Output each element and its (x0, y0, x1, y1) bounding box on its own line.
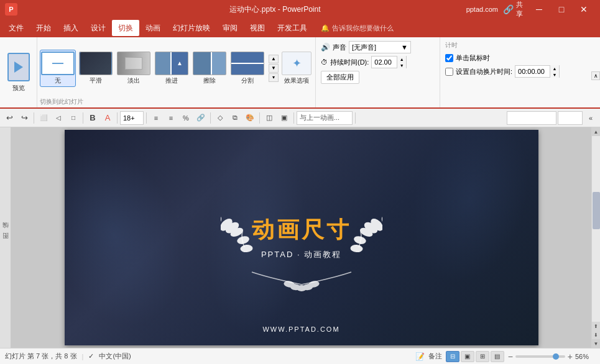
scroll-down-btn[interactable]: ▼ (269, 64, 279, 73)
view-buttons: ⊟ ▣ ⊞ ▤ (446, 351, 504, 362)
animation-pane-label[interactable]: 与上一动画... (297, 111, 353, 125)
tb-btn-4[interactable]: ◁ (52, 111, 65, 125)
transition-split[interactable]: 分割 (229, 50, 265, 86)
align-center[interactable]: ≡ (164, 111, 178, 125)
apply-all-button[interactable]: 全部应用 (321, 71, 359, 84)
tb-link[interactable]: 🔗 (194, 111, 208, 125)
view-normal[interactable]: ⊟ (446, 351, 459, 362)
share-label[interactable]: 共享 (516, 0, 523, 19)
font-size-dropdown[interactable]: 18+ (120, 111, 144, 125)
menu-animations[interactable]: 动画 (139, 20, 167, 36)
undo-button[interactable]: ↩ (2, 111, 16, 125)
sep4 (146, 112, 147, 124)
auto-after-up[interactable]: ▲ (550, 65, 559, 71)
tb-box2[interactable] (558, 111, 583, 125)
sidebar-left: 图 编 (0, 127, 11, 348)
statusbar-sep1: | (82, 353, 84, 360)
auto-after-label: 设置自动换片时间: (456, 67, 512, 76)
menu-insert[interactable]: 插入 (57, 20, 85, 36)
sep3 (117, 112, 118, 124)
transition-wipe[interactable]: 擦除 (192, 50, 228, 86)
tb-btn-5[interactable]: □ (67, 111, 80, 125)
menu-review[interactable]: 审阅 (216, 20, 244, 36)
zoom-slider-track[interactable] (515, 355, 565, 358)
tb-fill[interactable]: 🎨 (243, 111, 257, 125)
zoom-in-button[interactable]: + (568, 352, 573, 362)
scroll-page-up[interactable]: ⬆ (592, 322, 601, 330)
scroll-up-btn[interactable]: ▲ (269, 55, 279, 63)
transition-smooth[interactable]: 平滑 (78, 50, 114, 86)
duration-spinner[interactable]: ▲ ▼ (371, 56, 407, 68)
on-click-label: 单击鼠标时 (456, 53, 490, 63)
slide-title: 动画尺寸 (252, 215, 351, 245)
scroll-track[interactable] (592, 136, 600, 322)
menu-search[interactable]: 告诉我你想要做什么 (332, 24, 394, 33)
menu-devtools[interactable]: 开发工具 (271, 20, 313, 36)
effect-options-button[interactable]: ✦ 效果选项 (280, 50, 313, 86)
zoom-out-button[interactable]: − (508, 352, 513, 362)
tb-btn-3[interactable]: ⬜ (37, 111, 50, 125)
view-reading[interactable]: ▤ (491, 351, 504, 362)
tb-shape[interactable]: ◇ (213, 111, 227, 125)
tb-more1[interactable]: ◫ (262, 111, 276, 125)
view-outline[interactable]: ▣ (461, 351, 474, 362)
preview-label: 预览 (12, 84, 25, 93)
view-slide-sorter[interactable]: ⊞ (476, 351, 489, 362)
on-click-checkbox[interactable] (445, 54, 453, 62)
menu-design[interactable]: 设计 (85, 20, 112, 36)
slide-subtitle: PPTAD · 动画教程 (261, 249, 341, 260)
zoom-percent[interactable]: 56% (575, 353, 595, 360)
slide-info: 幻灯片 第 7 张，共 8 张 (5, 352, 77, 361)
transition-section-label: 切换到此幻灯片 (40, 95, 313, 106)
redo-button[interactable]: ↪ (17, 111, 31, 125)
transition-push[interactable]: ▲ 推进 (154, 50, 190, 86)
scroll-more-btn[interactable]: ▾ (269, 73, 279, 82)
main-area: 图 编 (0, 127, 600, 348)
menu-transitions[interactable]: 切换 (112, 20, 139, 36)
close-button[interactable]: ✕ (573, 0, 595, 19)
transition-none[interactable]: — 无 (40, 50, 76, 87)
auto-after-input[interactable] (515, 66, 550, 77)
menu-slideshow[interactable]: 幻灯片放映 (167, 20, 216, 36)
auto-after-checkbox[interactable] (445, 68, 453, 76)
auto-after-spinner[interactable]: ▲ ▼ (515, 65, 560, 78)
audio-section-footer (321, 104, 435, 106)
font-bold[interactable]: B (86, 111, 99, 125)
wreath-container: 动画尺寸 PPTAD · 动画教程 (221, 182, 382, 294)
ribbon: 预览 — 无 平滑 淡出 (0, 37, 600, 109)
align-left[interactable]: ≡ (149, 111, 163, 125)
scroll-page-down[interactable]: ⬇ (592, 330, 601, 339)
font-color[interactable]: A (101, 111, 114, 125)
preview-section: 预览 (0, 37, 37, 107)
statusbar: 幻灯片 第 7 张，共 8 张 | ✓ 中文(中国) 📝 备注 ⊟ ▣ ⊞ ▤ … (0, 348, 600, 364)
menu-search-icon: 🔔 (321, 24, 330, 32)
tb-percent[interactable]: % (179, 111, 193, 125)
toolbar: ↩ ↪ ⬜ ◁ □ B A 18+ ≡ ≡ % 🔗 ◇ ⧉ 🎨 ◫ ▣ 与上一动… (0, 109, 600, 127)
timing-section: 计时 单击鼠标时 设置自动换片时间: ▲ ▼ (440, 37, 565, 107)
transition-fade[interactable]: 淡出 (116, 50, 152, 86)
duration-up[interactable]: ▲ (397, 56, 406, 62)
maximize-button[interactable]: □ (550, 0, 573, 19)
menu-view[interactable]: 视图 (244, 20, 271, 36)
sep8 (355, 112, 356, 124)
tb-box1[interactable] (507, 111, 556, 125)
notes-label[interactable]: 备注 (428, 352, 442, 361)
minimize-button[interactable]: ─ (528, 0, 550, 19)
tb-arrange[interactable]: ⧉ (228, 111, 242, 125)
ribbon-effect-scroll: ▲ ▼ ▾ (269, 55, 279, 82)
tb-more2[interactable]: ▣ (277, 111, 291, 125)
zoom-slider-thumb[interactable] (553, 353, 559, 360)
scroll-down-button[interactable]: ▼ (592, 339, 601, 348)
collapse-toolbar-button[interactable]: « (584, 111, 598, 125)
duration-down[interactable]: ▼ (397, 62, 406, 68)
preview-button[interactable]: 预览 (7, 53, 30, 93)
menu-home[interactable]: 开始 (30, 20, 57, 36)
menu-file[interactable]: 文件 (2, 20, 30, 36)
sep6 (259, 112, 260, 124)
ribbon-collapse-button[interactable]: ∧ (591, 71, 600, 80)
scroll-thumb[interactable] (593, 192, 600, 229)
auto-after-down[interactable]: ▼ (550, 71, 559, 78)
scroll-up-button[interactable]: ▲ (592, 127, 601, 136)
duration-input[interactable] (372, 57, 397, 68)
audio-dropdown[interactable]: [无声音] ▼ (349, 41, 411, 53)
